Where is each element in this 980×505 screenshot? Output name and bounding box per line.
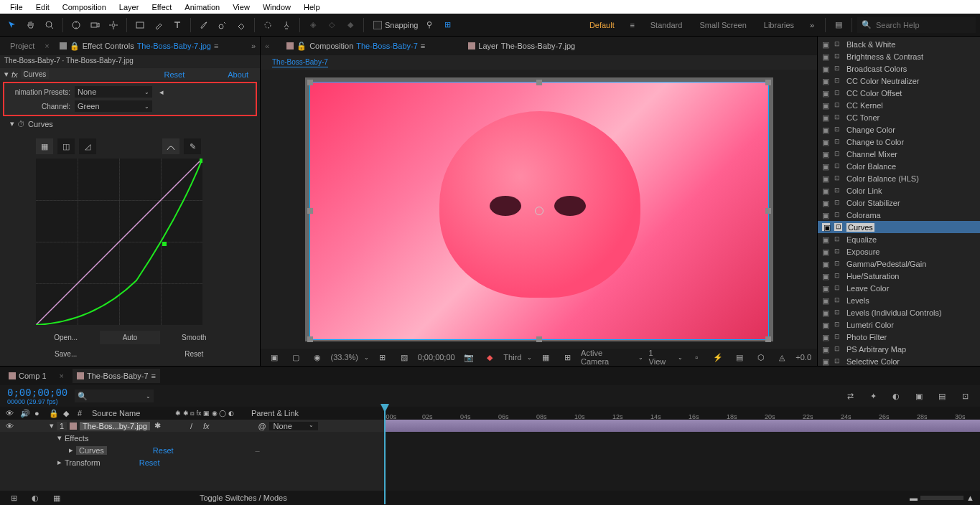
channel-dropdown[interactable]: Green⌄ <box>75 100 152 112</box>
effect-reset-link[interactable]: Reset <box>153 446 174 455</box>
fx-item-color-balance[interactable]: ▣⊡Color Balance <box>818 160 980 172</box>
fx-item-cc-color-neutralizer[interactable]: ▣⊡CC Color Neutralizer <box>818 75 980 87</box>
workspace-menu-icon[interactable]: ≡ <box>625 17 640 33</box>
timeline-tab-active[interactable]: The-Boss-Baby-7 ≡ <box>73 369 160 383</box>
playhead[interactable] <box>384 404 386 504</box>
pixel-aspect-icon[interactable]: ▫ <box>689 349 704 365</box>
fx-item-cc-kernel[interactable]: ▣⊡CC Kernel <box>818 99 980 111</box>
zoom-dropdown[interactable]: (33.3%) <box>330 353 358 362</box>
fx-item-channel-mixer[interactable]: ▣⊡Channel Mixer <box>818 148 980 160</box>
puppet-tool-icon[interactable] <box>279 17 294 33</box>
audio-col-icon[interactable]: 🔊 <box>20 409 30 418</box>
about-link[interactable]: About <box>228 70 248 79</box>
snap-menu-icon[interactable]: ⊞ <box>440 17 456 33</box>
text-tool-icon[interactable] <box>169 17 185 33</box>
local-axis-icon[interactable]: ◈ <box>305 17 321 33</box>
fx-item-levels[interactable]: ▣⊡Levels <box>818 294 980 306</box>
timeline-search[interactable]: 🔍⌄ <box>75 390 154 402</box>
selection-tool-icon[interactable] <box>4 17 20 33</box>
parent-dropdown[interactable]: None⌄ <box>269 422 318 430</box>
workspace-standard[interactable]: Standard <box>643 21 690 29</box>
transform-label[interactable]: Transform <box>65 458 101 467</box>
menu-view[interactable]: View <box>227 1 256 13</box>
eraser-tool-icon[interactable] <box>233 17 249 33</box>
workspace-small[interactable]: Small Screen <box>692 21 753 29</box>
fx-item-color-stabilizer[interactable]: ▣⊡Color Stabilizer <box>818 197 980 209</box>
curve-diag-icon[interactable]: ◿ <box>79 138 96 154</box>
fx-item-lumetri-color[interactable]: ▣⊡Lumetri Color <box>818 318 980 331</box>
transparency-grid-icon[interactable]: ▢ <box>288 349 304 365</box>
zoom-slider[interactable] <box>920 496 963 500</box>
open-button[interactable]: Open... <box>36 331 95 344</box>
lock-icon[interactable]: 🔓 <box>297 42 307 51</box>
flowchart-icon[interactable]: ⬡ <box>753 349 769 365</box>
save-button[interactable]: Save... <box>36 347 95 361</box>
orbit-tool-icon[interactable] <box>68 17 84 33</box>
fx-item-colorama[interactable]: ▣⊡Colorama <box>818 209 980 221</box>
fx-item-selective-color[interactable]: ▣⊡Selective Color <box>818 355 980 366</box>
composition-viewer[interactable] <box>309 82 769 340</box>
fx-item-leave-color[interactable]: ▣⊡Leave Color <box>818 282 980 294</box>
menu-file[interactable]: File <box>4 1 29 13</box>
timeline-icon[interactable]: ▤ <box>732 349 747 365</box>
timecode-display[interactable]: 0;00;00;00 <box>7 387 67 398</box>
frame-icon[interactable]: ▦ <box>49 490 65 505</box>
fx-item-photo-filter[interactable]: ▣⊡Photo Filter <box>818 331 980 343</box>
fx-item-cc-color-offset[interactable]: ▣⊡CC Color Offset <box>818 87 980 99</box>
shy-icon[interactable]: ⇄ <box>842 388 858 404</box>
prev-preset-icon[interactable]: ◂ <box>159 88 164 97</box>
layer-tab[interactable]: Layer The-Boss-Baby-7.jpg <box>468 42 575 50</box>
pickwhip-icon[interactable]: @ <box>258 422 266 430</box>
workspace-libraries[interactable]: Libraries <box>757 21 801 29</box>
workspace-default[interactable]: Default <box>582 21 622 29</box>
view-dropdown[interactable]: 1 View <box>649 349 673 366</box>
camera-tool-icon[interactable] <box>87 17 103 33</box>
fx-item-color-balance-hls-[interactable]: ▣⊡Color Balance (HLS) <box>818 172 980 184</box>
snapping-options-icon[interactable]: ⚲ <box>421 17 437 33</box>
fx-item-brightness-contrast[interactable]: ▣⊡Brightness & Contrast <box>818 50 980 62</box>
toggle-switches-button[interactable]: Toggle Switches / Modes <box>200 494 287 502</box>
layer-name[interactable]: The-Bos...by-7.jpg <box>80 422 150 430</box>
res-dropdown[interactable]: Third <box>503 353 521 362</box>
timeline-tab-comp1[interactable]: Comp 1 <box>4 369 51 383</box>
panel-overflow-icon[interactable]: » <box>251 42 256 50</box>
workspace-overflow-icon[interactable]: » <box>804 17 820 33</box>
rect-tool-icon[interactable] <box>132 17 148 33</box>
menu-help[interactable]: Help <box>298 1 326 13</box>
curve-grid-fine-icon[interactable]: ▦ <box>36 138 53 154</box>
transform-reset-link[interactable]: Reset <box>139 458 160 467</box>
fx-item-broadcast-colors[interactable]: ▣⊡Broadcast Colors <box>818 62 980 75</box>
video-col-icon[interactable]: 👁 <box>6 409 16 417</box>
clone-tool-icon[interactable] <box>215 17 230 33</box>
menu-composition[interactable]: Composition <box>57 1 112 13</box>
auto-button[interactable]: Auto <box>100 331 159 344</box>
resolution-icon[interactable]: ⊞ <box>375 349 391 365</box>
menu-layer[interactable]: Layer <box>113 1 145 13</box>
fx-item-black-white[interactable]: ▣⊡Black & White <box>818 38 980 50</box>
parent-link-header[interactable]: Parent & Link <box>251 409 299 417</box>
graph-editor-icon[interactable]: ▤ <box>934 388 950 404</box>
fx-item-ps-arbitrary-map[interactable]: ▣⊡PS Arbitrary Map <box>818 343 980 355</box>
curves-graph[interactable] <box>36 159 202 325</box>
panel-overflow-left-icon[interactable]: « <box>265 42 269 50</box>
effect-controls-tab[interactable]: 🔒 Effect Controls The-Boss-Baby-7.jpg ≡ <box>54 39 225 54</box>
view-axis-icon[interactable]: ◆ <box>342 17 358 33</box>
channel-twirl-icon[interactable]: ▾ <box>10 119 14 128</box>
camera-dropdown[interactable]: Active Camera <box>581 349 633 366</box>
layer-vis-icon[interactable]: 👁 <box>6 422 14 430</box>
always-preview-icon[interactable]: ▣ <box>266 349 282 365</box>
zoom-in-icon[interactable]: ▲ <box>966 494 974 502</box>
pan-behind-tool-icon[interactable] <box>106 17 121 33</box>
pen-tool-icon[interactable] <box>151 17 167 33</box>
mask-visibility-icon[interactable]: ◉ <box>309 349 325 365</box>
menu-edit[interactable]: Edit <box>30 1 55 13</box>
composition-tab[interactable]: 🔓 Composition The-Boss-Baby-7 ≡ <box>286 42 425 51</box>
menu-animation[interactable]: Animation <box>179 1 225 13</box>
world-axis-icon[interactable]: ◇ <box>324 17 340 33</box>
fx-item-curves[interactable]: ▣⊡Curves <box>818 221 980 233</box>
fx-item-change-to-color[interactable]: ▣⊡Change to Color <box>818 136 980 148</box>
frame-blend-icon[interactable]: ◐ <box>888 388 904 404</box>
reset-link[interactable]: Reset <box>164 70 185 79</box>
fx-item-exposure[interactable]: ▣⊡Exposure <box>818 245 980 258</box>
layer-color-icon[interactable] <box>70 423 77 430</box>
